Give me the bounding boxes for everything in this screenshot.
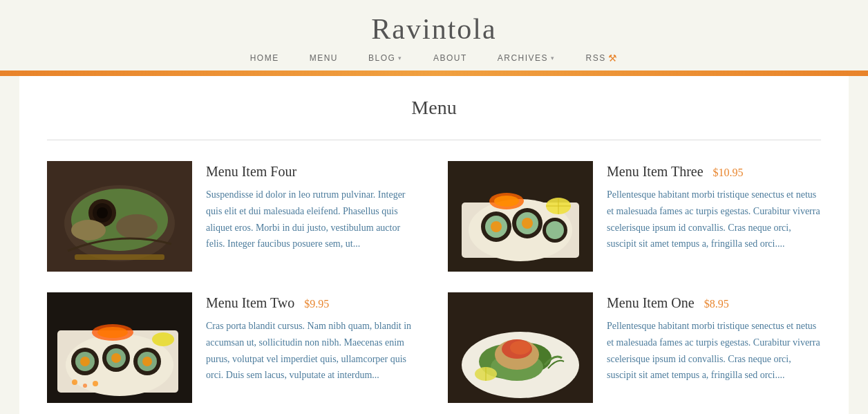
svg-point-50 [510,341,531,355]
menu-item-one-name: Menu Item One [607,295,695,311]
menu-item-one-header: Menu Item One $8.95 [607,295,821,311]
menu-item-one-description: Pellentesque habitant morbi tristique se… [607,318,821,384]
menu-item-one: Menu Item One $8.95 Pellentesque habitan… [448,292,821,403]
svg-point-17 [522,218,533,229]
nav-menu[interactable]: MENU [294,53,353,63]
svg-point-41 [83,384,87,388]
menu-item-two-description: Cras porta blandit cursus. Nam nibh quam… [206,318,420,384]
menu-item-four-details: Menu Item Four Suspendisse id dolor in l… [206,161,420,252]
menu-item-two-name: Menu Item Two [206,295,294,311]
svg-point-21 [494,196,519,207]
svg-rect-8 [75,254,164,260]
svg-point-42 [93,381,98,386]
menu-item-four-description: Suspendisse id dolor in leo rutrum pulvi… [206,187,420,252]
orange-bar [0,70,868,76]
menu-item-three-price: $10.95 [713,167,744,179]
menu-item-two-details: Menu Item Two $9.95 Cras porta blandit c… [206,292,420,384]
menu-item-four-image [47,161,192,272]
menu-item-three-description: Pellentesque habitant morbi tristique se… [607,187,821,252]
site-header: Ravintola HOME MENU BLOG ▾ ABOUT ARCHIVE… [0,0,868,70]
svg-point-36 [142,357,152,366]
menu-item-two-header: Menu Item Two $9.95 [206,295,420,311]
svg-point-7 [71,220,106,241]
menu-item-one-image [448,292,593,403]
menu-item-four-name: Menu Item Four [206,164,296,180]
menu-item-one-price: $8.95 [704,298,729,310]
rss-icon: ⚒ [608,53,619,64]
svg-point-5 [97,207,108,218]
blog-dropdown-icon: ▾ [398,55,403,62]
main-content: Menu Menu Item [19,76,849,414]
menu-item-three-header: Menu Item Three $10.95 [607,164,821,180]
svg-point-30 [80,357,90,366]
nav-blog[interactable]: BLOG ▾ [353,53,418,63]
nav-home[interactable]: HOME [235,53,294,63]
svg-point-39 [152,332,174,346]
svg-point-38 [97,327,128,338]
svg-point-6 [116,214,158,239]
menu-item-three-details: Menu Item Three $10.95 Pellentesque habi… [607,161,821,252]
svg-point-40 [72,379,77,385]
nav-archives[interactable]: ARCHIVES ▾ [482,53,571,63]
page-title: Menu [47,97,821,119]
menu-item-three: Menu Item Three $10.95 Pellentesque habi… [448,161,821,272]
menu-grid: Menu Item Four Suspendisse id dolor in l… [47,161,821,403]
menu-item-four: Menu Item Four Suspendisse id dolor in l… [47,161,420,272]
menu-item-three-name: Menu Item Three [607,164,704,180]
nav-about[interactable]: ABOUT [418,53,482,63]
archives-dropdown-icon: ▾ [551,55,556,62]
menu-item-two: Menu Item Two $9.95 Cras porta blandit c… [47,292,420,403]
menu-item-four-header: Menu Item Four [206,164,420,180]
menu-item-two-image [47,292,192,403]
svg-point-33 [111,353,121,363]
menu-item-three-image [448,161,593,272]
svg-point-14 [491,221,502,232]
nav-rss[interactable]: RSS ⚒ [571,53,634,64]
svg-point-19 [546,221,564,239]
menu-item-one-details: Menu Item One $8.95 Pellentesque habitan… [607,292,821,384]
main-nav: HOME MENU BLOG ▾ ABOUT ARCHIVES ▾ RSS ⚒ [0,53,868,64]
site-title: Ravintola [0,12,868,46]
divider [47,140,821,140]
menu-item-two-price: $9.95 [304,298,329,310]
